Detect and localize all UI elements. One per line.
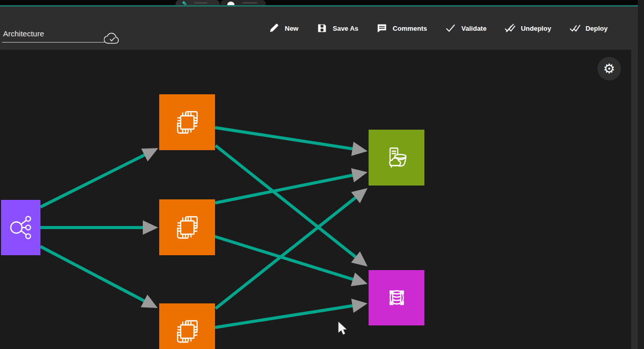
edge-arrowhead — [351, 273, 368, 286]
diagram-canvas[interactable]: ⚙ — [0, 50, 631, 349]
node-elastic-load-balancer[interactable] — [1, 200, 40, 255]
toolbar-button-undeploy[interactable]: Undeploy — [502, 19, 553, 37]
database-scale-icon — [380, 281, 413, 314]
edge-layer — [0, 50, 631, 349]
edge-line — [215, 175, 355, 203]
edge-arrowhead — [351, 299, 368, 313]
app-window: { "header": { "tabs": [ { "icon": "teal-… — [0, 0, 644, 349]
teal-diagram-icon — [182, 1, 187, 5]
node-scalable-database[interactable] — [369, 270, 424, 325]
diagram-title-input[interactable] — [2, 27, 104, 43]
panel-edge — [631, 7, 638, 349]
toolbar-button-comments[interactable]: Comments — [374, 19, 429, 37]
ec2-icon — [171, 106, 204, 139]
tab-title-cutoff — [242, 2, 257, 4]
toolbar-button-validate[interactable]: Validate — [443, 19, 488, 37]
ec2-icon — [171, 315, 204, 348]
storage-icon — [380, 141, 413, 174]
settings-button[interactable]: ⚙ — [597, 57, 621, 80]
node-ec2-instance[interactable] — [159, 303, 215, 349]
comments-icon — [376, 23, 388, 34]
node-ec2-instance[interactable] — [159, 199, 215, 255]
avatar-icon — [227, 1, 235, 5]
pencil-icon — [268, 23, 280, 34]
edge-line — [214, 236, 356, 280]
check-icon — [445, 23, 456, 34]
browser-tab-inactive[interactable] — [221, 0, 266, 5]
double-check-slash-icon — [504, 23, 516, 34]
node-storage-bucket[interactable] — [369, 130, 424, 186]
toolbar-button-label: Comments — [393, 25, 427, 32]
ec2-icon — [171, 211, 204, 244]
edge-line — [216, 196, 358, 309]
load-balancer-icon — [5, 211, 37, 244]
edge-arrowhead — [143, 220, 158, 235]
edge-line — [215, 128, 355, 149]
toolbar-button-label: Save As — [333, 25, 358, 32]
diagram-toolbar: New Save As CommentsValidate Undeploy De… — [0, 7, 638, 50]
toolbar-button-label: New — [285, 25, 298, 32]
toolbar-button-label: Validate — [461, 25, 486, 32]
gear-icon: ⚙ — [603, 61, 615, 77]
toolbar-button-label: Undeploy — [521, 25, 551, 32]
edge-line — [215, 305, 355, 327]
tab-title-cutoff — [194, 2, 207, 4]
toolbar-button-deploy[interactable]: Deploy — [567, 19, 610, 37]
toolbar-actions: New Save As CommentsValidate Undeploy De… — [266, 7, 610, 50]
toolbar-button-save-as[interactable]: Save As — [314, 19, 360, 37]
window-edge — [638, 0, 644, 349]
node-ec2-instance[interactable] — [159, 94, 215, 150]
edge-line — [40, 247, 147, 302]
double-check-icon — [569, 23, 581, 34]
browser-tab-strip — [0, 0, 644, 5]
save-icon — [316, 23, 328, 34]
edge-line — [40, 154, 147, 207]
browser-tab-active[interactable] — [176, 0, 220, 5]
edge-arrowhead — [351, 168, 368, 182]
toolbar-button-new[interactable]: New — [266, 19, 300, 37]
edge-arrowhead — [351, 142, 368, 156]
cloud-check-icon — [104, 31, 120, 47]
toolbar-button-label: Deploy — [586, 25, 608, 32]
